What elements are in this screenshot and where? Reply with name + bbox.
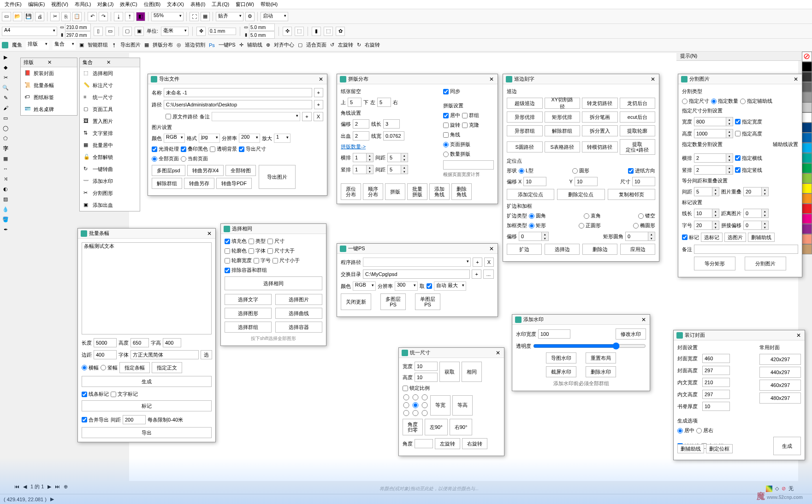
- angle-reset-button[interactable]: 角度 归零: [403, 419, 423, 435]
- publish-icon[interactable]: ◧: [136, 12, 145, 21]
- seq-dist-button[interactable]: 顺序 分布: [363, 183, 383, 200]
- plugin-export[interactable]: 导出图片: [120, 41, 141, 48]
- add-page-icon[interactable]: ⊕: [62, 484, 69, 490]
- close-icon[interactable]: ✕: [650, 76, 656, 82]
- add-button[interactable]: +: [302, 112, 311, 121]
- ellipse-tool-icon[interactable]: ◯: [1, 123, 10, 133]
- swatch[interactable]: [802, 102, 812, 112]
- pick-tool-icon[interactable]: ▶: [1, 53, 10, 62]
- swatch[interactable]: [802, 204, 812, 214]
- textmark-check[interactable]: [111, 392, 116, 397]
- menu-edit[interactable]: 编辑(E): [25, 0, 48, 9]
- fixvl-check[interactable]: [735, 167, 741, 173]
- select-same-button[interactable]: 选择相同: [225, 276, 322, 290]
- anchor-radio[interactable]: [421, 410, 428, 416]
- rect-radio[interactable]: [529, 223, 534, 229]
- vgap-input[interactable]: [387, 165, 401, 174]
- export-wm-button[interactable]: 导图水印: [546, 352, 576, 363]
- split-img-button[interactable]: 分割图片: [745, 257, 786, 270]
- deledge-button[interactable]: 删除边: [582, 244, 617, 255]
- spine-input[interactable]: [702, 402, 730, 411]
- gap-input[interactable]: [694, 187, 712, 196]
- fill-check[interactable]: [225, 239, 230, 244]
- paper-select[interactable]: A4: [2, 27, 57, 36]
- anchor-radio[interactable]: [403, 410, 410, 416]
- swatch[interactable]: [802, 153, 812, 163]
- get-button[interactable]: 获取: [439, 362, 460, 382]
- ellipse-radio[interactable]: [633, 223, 639, 229]
- curvepdf-button[interactable]: 转曲导PDF: [216, 178, 252, 189]
- dimension-tool-icon[interactable]: ↔: [1, 164, 10, 173]
- feed-check[interactable]: [628, 168, 634, 174]
- iw-input[interactable]: [702, 378, 730, 387]
- ungroup-button[interactable]: 解除群组: [152, 178, 182, 189]
- contour-btn[interactable]: ecut后台: [620, 111, 656, 123]
- menu-window[interactable]: 窗口(W): [233, 0, 257, 9]
- sidebar-item[interactable]: ▦批量居中: [80, 139, 140, 151]
- fs-input[interactable]: [694, 221, 712, 230]
- byguide-radio[interactable]: [740, 99, 746, 104]
- qtylayout-radio[interactable]: [443, 152, 449, 157]
- first-page-icon[interactable]: ⏮: [13, 484, 21, 489]
- radius-input[interactable]: [625, 232, 648, 241]
- mark-button[interactable]: 标记: [82, 400, 212, 411]
- color-select[interactable]: RGB: [164, 134, 185, 143]
- ih-input[interactable]: [702, 390, 730, 399]
- prog-select[interactable]: [363, 258, 471, 267]
- contour-btn[interactable]: 异形群组: [507, 125, 543, 136]
- sel-shape-button[interactable]: 选择图形: [225, 308, 272, 319]
- contour-btn[interactable]: S圆路径: [507, 141, 543, 152]
- tool-b-icon[interactable]: ⬚: [295, 27, 304, 36]
- unit-select[interactable]: 毫米: [161, 27, 189, 36]
- prev-page-icon[interactable]: ◀: [22, 484, 28, 490]
- transparent-check[interactable]: [210, 147, 215, 152]
- res-select[interactable]: 200: [239, 134, 260, 143]
- banner-text[interactable]: 条幅测试文本: [82, 242, 212, 334]
- curve-button[interactable]: 转曲另存: [184, 178, 214, 189]
- impose-button[interactable]: 拼版: [385, 183, 405, 200]
- close-icon[interactable]: ✕: [793, 76, 799, 82]
- offset-input[interactable]: [353, 119, 369, 129]
- contour-btn[interactable]: 矩形优排: [545, 111, 581, 123]
- sidebar-item[interactable]: 🖼置入图片: [80, 115, 140, 127]
- modify-wm-button[interactable]: 修改水印: [616, 328, 646, 340]
- auto-check[interactable]: [427, 283, 432, 289]
- sidebar-item[interactable]: 🏷图纸标签: [21, 91, 77, 103]
- copy-icon[interactable]: ⎘: [61, 12, 71, 21]
- batch-impose-button[interactable]: 批量 拼版: [407, 183, 427, 200]
- swatch[interactable]: [802, 123, 812, 133]
- format-select[interactable]: jpg: [199, 134, 220, 143]
- len-input[interactable]: [94, 338, 117, 347]
- add-button[interactable]: +: [472, 270, 481, 279]
- close-icon[interactable]: ✕: [495, 350, 501, 356]
- type-check[interactable]: [249, 239, 254, 244]
- anchor-radio[interactable]: [412, 394, 419, 400]
- reset-layout-button[interactable]: 重置布局: [586, 352, 616, 363]
- launch-select[interactable]: 启动: [261, 12, 288, 21]
- sidebar-item[interactable]: ⇅文字竖排: [80, 127, 140, 139]
- len-input[interactable]: [383, 119, 400, 129]
- sizegt-check[interactable]: [267, 248, 273, 254]
- plugin-smartgroup[interactable]: 智能群组: [88, 41, 108, 48]
- h-input[interactable]: [130, 338, 149, 347]
- note-select[interactable]: [212, 112, 300, 121]
- page-icon[interactable]: ▢: [123, 27, 132, 36]
- cut-icon[interactable]: ✂: [50, 12, 59, 21]
- sel-container-button[interactable]: 选择容器: [275, 322, 322, 333]
- del-corner-button[interactable]: 删除 角线: [451, 183, 472, 200]
- right-radio[interactable]: [696, 428, 702, 434]
- contour-btn[interactable]: 拆分笔画: [582, 111, 618, 123]
- outline-tool-icon[interactable]: ✒: [1, 225, 10, 234]
- add-button[interactable]: +: [473, 258, 482, 267]
- margin-input[interactable]: [519, 232, 542, 241]
- group-check[interactable]: [462, 113, 468, 118]
- dist-input[interactable]: [743, 209, 762, 218]
- menu-file[interactable]: 文件(E): [2, 0, 24, 9]
- transparency-tool-icon[interactable]: ▨: [1, 194, 10, 204]
- overlap-input[interactable]: [743, 187, 762, 196]
- export-icon[interactable]: ⭱: [125, 12, 134, 21]
- paste-icon[interactable]: 📋: [72, 12, 82, 21]
- contour-btn[interactable]: 转模切路径: [582, 141, 618, 152]
- generate-button[interactable]: 生成: [82, 376, 212, 387]
- close-icon[interactable]: ✕: [488, 76, 495, 82]
